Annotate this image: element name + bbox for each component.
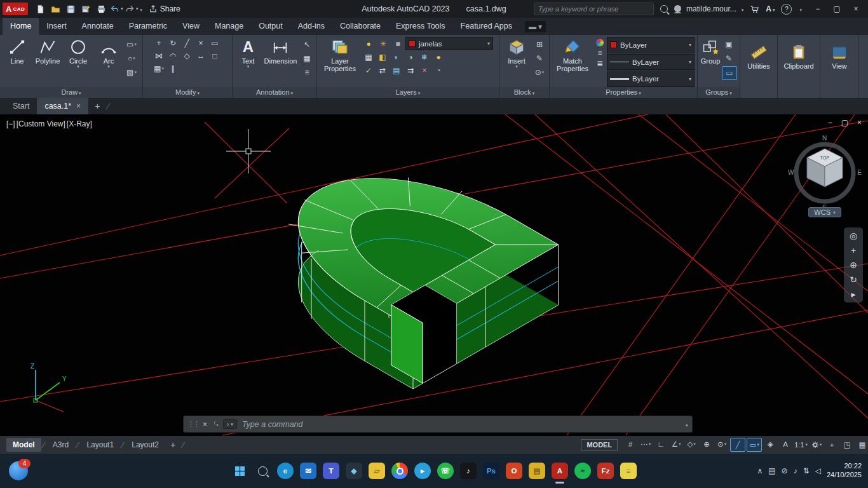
taskbar-app-whatsapp[interactable]: ☏: [437, 463, 454, 479]
draw-panel-label[interactable]: Draw: [0, 87, 142, 98]
create-block-icon[interactable]: ⊞: [532, 38, 546, 51]
line-button[interactable]: Line: [3, 37, 32, 87]
ribbon-tab-parametric[interactable]: Parametric: [121, 18, 175, 35]
new-tab-button[interactable]: +: [88, 98, 106, 114]
snap-mode-toggle[interactable]: ⋯: [639, 438, 653, 451]
command-input[interactable]: [241, 419, 682, 430]
cart-icon[interactable]: [750, 4, 759, 14]
command-close-icon[interactable]: ×: [203, 420, 207, 429]
taskbar-notification-app[interactable]: 4: [9, 461, 28, 480]
account-menu[interactable]: matilde.mour...: [674, 4, 743, 13]
volume-icon[interactable]: ◁: [815, 466, 821, 475]
ribbon-tab-add-ins[interactable]: Add-ins: [290, 18, 332, 35]
new-layout-button[interactable]: +: [165, 440, 180, 450]
command-customize-icon[interactable]: [211, 420, 219, 428]
taskbar-app-chrome[interactable]: [391, 463, 408, 479]
ribbon-tab-output[interactable]: Output: [251, 18, 290, 35]
close-tab-icon[interactable]: ×: [76, 102, 81, 111]
model-space-button[interactable]: MODEL: [581, 439, 618, 451]
layout-tab-layout2[interactable]: Layout2: [125, 438, 165, 452]
layer-delete-icon[interactable]: ×: [417, 64, 431, 77]
zoom-icon[interactable]: ⊕: [850, 261, 857, 269]
polar-tracking-toggle[interactable]: ∠: [669, 438, 683, 451]
vp-close-button[interactable]: ×: [857, 118, 862, 127]
layout-tab-layout1[interactable]: Layout1: [80, 438, 120, 452]
object-snap-toggle[interactable]: ⊙: [715, 438, 729, 451]
block-panel-label[interactable]: Block: [499, 87, 549, 98]
redo-button[interactable]: [125, 3, 139, 15]
drawing-viewport[interactable]: [−] [Custom View] [X-Ray] −▢× TOP N E S …: [0, 114, 868, 436]
offset-icon[interactable]: ∥: [166, 62, 180, 75]
pan-icon[interactable]: +: [851, 246, 856, 255]
table-icon[interactable]: ▦: [300, 52, 314, 65]
layer-walk-icon[interactable]: ⇄: [376, 64, 390, 77]
ribbon-tab-featured-apps[interactable]: Featured Apps: [453, 18, 520, 35]
autocad-logo-icon[interactable]: A CAD: [3, 3, 28, 15]
compass-north[interactable]: N: [822, 135, 827, 142]
vp-minimize-button[interactable]: −: [828, 118, 832, 127]
compass-east[interactable]: E: [857, 169, 862, 176]
ribbon-display-toggle[interactable]: ▬▾: [525, 21, 546, 32]
do-not-disturb-icon[interactable]: ⊘: [782, 466, 788, 475]
layer-on-bulb-icon[interactable]: ●: [362, 37, 376, 50]
hidden-icons-icon[interactable]: ∧: [757, 466, 763, 475]
object-color-dropdown[interactable]: ByLayer ▾: [607, 37, 695, 53]
view-name-control[interactable]: [Custom View]: [17, 119, 65, 128]
layer-properties-button[interactable]: Layer Properties: [320, 37, 360, 87]
taskbar-app-tiktok[interactable]: ♪: [460, 463, 477, 479]
workspace-settings-toggle[interactable]: [810, 438, 824, 451]
taskbar-app-autocad[interactable]: A: [552, 463, 568, 479]
model-canvas[interactable]: [0, 114, 868, 436]
vp-restore-button[interactable]: ▢: [841, 118, 848, 127]
insert-button[interactable]: Insert: [502, 37, 531, 87]
maximize-button[interactable]: ▢: [827, 0, 846, 18]
lineweight-dropdown[interactable]: ByLayer ▾: [607, 71, 695, 87]
block-attributes-icon[interactable]: ⊙: [532, 66, 546, 79]
media-icon[interactable]: ♪: [794, 466, 797, 475]
polyline-button[interactable]: Polyline: [33, 37, 62, 87]
erase-icon[interactable]: ×: [194, 37, 208, 50]
undo-button[interactable]: [109, 3, 123, 15]
layer-off-icon[interactable]: ●: [431, 51, 445, 64]
ribbon-tab-home[interactable]: Home: [3, 18, 39, 35]
command-line[interactable]: ⋮⋮ × ›▾ ▴: [183, 416, 693, 433]
selection-cycling-toggle[interactable]: ▭: [747, 438, 762, 452]
group-button[interactable]: Group: [700, 37, 721, 87]
text-dropdown-icon[interactable]: [247, 65, 250, 68]
layer-lock-icon[interactable]: ■: [391, 37, 405, 50]
match-properties-button[interactable]: Match Properties: [552, 37, 593, 87]
grid-display-toggle[interactable]: #: [623, 438, 637, 451]
modify-panel-label[interactable]: Modify: [143, 87, 232, 98]
save-button[interactable]: [64, 3, 78, 15]
lock-fade-icon[interactable]: ◔: [431, 64, 445, 77]
trim-icon[interactable]: ╱: [180, 37, 194, 50]
orbit-icon[interactable]: ↻: [850, 275, 857, 284]
layer-match-icon[interactable]: ▦: [362, 51, 376, 64]
layer-dropdown[interactable]: janelas ▾: [405, 37, 493, 50]
rectangle-icon[interactable]: ▭: [125, 38, 139, 51]
hatch-icon[interactable]: ▨: [125, 66, 139, 79]
arc-button[interactable]: Arc: [94, 37, 123, 87]
viewport-minimize-control[interactable]: [−]: [6, 119, 15, 128]
ribbon-tab-manage[interactable]: Manage: [207, 18, 251, 35]
ribbon-tab-express-tools[interactable]: Express Tools: [388, 18, 453, 35]
taskbar-app-office[interactable]: O: [506, 463, 522, 479]
circle-dropdown-icon[interactable]: [77, 65, 79, 68]
groups-panel-label[interactable]: Groups: [698, 87, 740, 98]
clipboard-button[interactable]: Clipboard: [784, 37, 813, 98]
properties-panel-label[interactable]: Properties: [550, 87, 697, 98]
layer-merge-icon[interactable]: ⇉: [403, 64, 417, 77]
ribbon-tab-collaborate[interactable]: Collaborate: [332, 18, 388, 35]
fillet-icon[interactable]: ◠: [166, 50, 180, 62]
qat-customize-icon[interactable]: [139, 4, 142, 13]
move-icon[interactable]: +: [152, 37, 166, 50]
rotate-icon[interactable]: ↻: [166, 37, 180, 50]
show-motion-icon[interactable]: ▸: [851, 290, 855, 299]
view-cube[interactable]: TOP N E S W: [787, 133, 863, 214]
command-history-icon[interactable]: ▴: [685, 421, 688, 428]
ellipse-icon[interactable]: ○: [125, 52, 139, 65]
taskbar-app-spotify[interactable]: ≈: [574, 463, 591, 479]
ribbon-tab-view[interactable]: View: [175, 18, 207, 35]
stretch-icon[interactable]: ↔: [194, 50, 208, 62]
security-icon[interactable]: ▤: [768, 466, 775, 475]
